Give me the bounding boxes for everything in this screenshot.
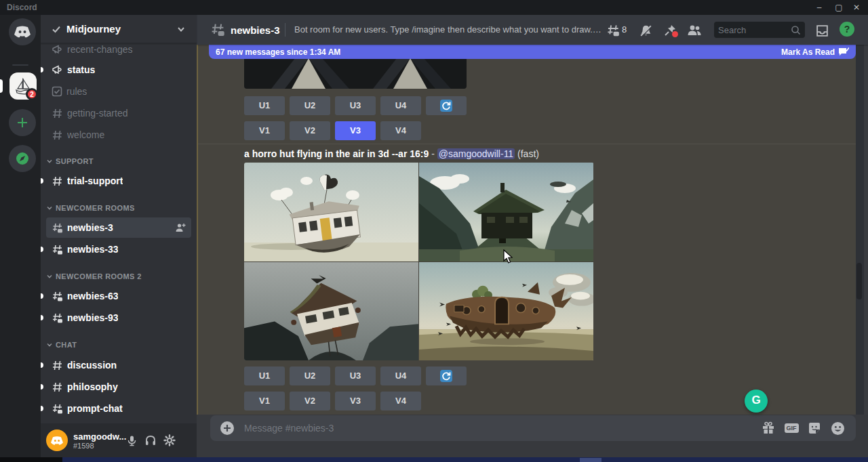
- threads-button[interactable]: [605, 22, 621, 39]
- discord-logo-icon: [14, 25, 31, 39]
- channel-philosophy[interactable]: philosophy: [46, 377, 191, 397]
- username-block[interactable]: samgoodw... #1598: [73, 432, 122, 450]
- sticker-icon: [808, 421, 821, 435]
- channel-trial-support[interactable]: trial-support: [46, 171, 191, 191]
- upscale-2-button[interactable]: U2: [290, 96, 330, 115]
- add-server-button[interactable]: [9, 109, 36, 136]
- new-messages-banner[interactable]: 67 new messages since 1:34 AM Mark As Re…: [209, 45, 856, 59]
- new-messages-text: 67 new messages since 1:34 AM: [216, 47, 781, 57]
- channel-discussion[interactable]: discussion: [46, 355, 191, 375]
- upscale-1-button[interactable]: U1: [244, 366, 285, 385]
- upscale-1-button[interactable]: U1: [244, 96, 285, 115]
- chat-scrollbar-thumb[interactable]: [856, 263, 862, 299]
- variation-4-button[interactable]: V4: [380, 121, 421, 140]
- megaphone-icon: [52, 44, 63, 56]
- invite-people-icon[interactable]: [175, 222, 186, 233]
- deafen-button[interactable]: [141, 431, 160, 450]
- reroll-button[interactable]: [426, 366, 467, 385]
- category-newcomer-rooms-2[interactable]: NEWCOMER ROOMS 2: [46, 271, 189, 282]
- upscale-2-button[interactable]: U2: [290, 366, 330, 385]
- members-icon: [687, 23, 702, 38]
- channel-welcome[interactable]: welcome: [46, 125, 191, 145]
- variation-3-button[interactable]: V3: [335, 392, 376, 411]
- generated-image-1-balloon-house[interactable]: [244, 163, 418, 261]
- reroll-button[interactable]: [426, 96, 467, 115]
- compass-icon: [15, 151, 30, 166]
- headphones-icon: [144, 434, 157, 446]
- hash-chat-icon: [52, 403, 63, 415]
- channel-rules[interactable]: rules: [46, 81, 191, 102]
- composer-band: GIF: [197, 415, 868, 457]
- window-close-button[interactable]: ✕: [847, 0, 866, 15]
- channel-getting-started[interactable]: getting-started: [46, 103, 191, 123]
- user-mention[interactable]: @samgoodwill-11: [437, 148, 515, 159]
- search-box[interactable]: [714, 22, 805, 38]
- generated-image-partial[interactable]: [244, 58, 467, 89]
- channel-topic[interactable]: Bot room for new users. Type /imagine th…: [294, 24, 604, 35]
- generated-image-4-steampunk-house[interactable]: [419, 262, 593, 360]
- gif-picker-button[interactable]: GIF: [783, 419, 800, 437]
- user-area: samgoodw... #1598: [41, 423, 197, 457]
- explore-servers-button[interactable]: [9, 145, 36, 172]
- hash-icon: [52, 129, 63, 141]
- channel-status[interactable]: status: [46, 60, 191, 80]
- gift-button[interactable]: [760, 419, 777, 437]
- attach-plus-icon[interactable]: [220, 421, 235, 436]
- variation-1-button[interactable]: V1: [244, 121, 285, 140]
- channel-header: newbies-3 Bot room for new users. Type /…: [197, 15, 868, 45]
- pinned-messages-button[interactable]: [662, 22, 678, 39]
- window-maximize-button[interactable]: ▢: [829, 0, 848, 15]
- refresh-icon: [440, 100, 452, 112]
- channel-newbies-33[interactable]: newbies-33: [46, 239, 191, 259]
- unread-indicator: [41, 293, 43, 299]
- notification-settings-button[interactable]: [637, 22, 654, 39]
- variation-4-button[interactable]: V4: [380, 392, 421, 411]
- taskbar-edge: [0, 457, 868, 462]
- channel-newbies-3[interactable]: newbies-3: [46, 217, 191, 238]
- variation-1-button[interactable]: V1: [244, 392, 285, 411]
- chevron-down-icon: [46, 273, 53, 280]
- mark-as-read-button[interactable]: Mark As Read: [781, 47, 849, 57]
- grammarly-widget[interactable]: G: [745, 390, 768, 413]
- user-avatar[interactable]: [46, 429, 68, 451]
- inbox-button[interactable]: [814, 22, 830, 39]
- mute-microphone-button[interactable]: [122, 431, 141, 450]
- variation-2-button[interactable]: V2: [290, 121, 330, 140]
- generated-image-2-mountain-cabin[interactable]: [419, 163, 593, 261]
- upscale-4-button[interactable]: U4: [380, 96, 421, 115]
- member-list-button[interactable]: [686, 22, 703, 39]
- upscale-3-button[interactable]: U3: [335, 366, 376, 385]
- message-input[interactable]: [244, 423, 754, 434]
- unread-indicator: [41, 315, 43, 320]
- upscale-3-button[interactable]: U3: [335, 96, 376, 115]
- header-divider: [285, 23, 285, 37]
- emoji-smiley-icon: [831, 421, 845, 436]
- chat-scrollbar-track[interactable]: [856, 45, 864, 415]
- megaphone-icon: [52, 64, 63, 76]
- home-server-button[interactable]: [9, 18, 36, 45]
- server-header[interactable]: Midjourney: [41, 15, 197, 43]
- channel-name: newbies-3: [231, 24, 280, 36]
- category-support[interactable]: SUPPORT: [46, 156, 189, 167]
- upscale-4-button[interactable]: U4: [380, 366, 421, 385]
- search-input[interactable]: [718, 25, 791, 35]
- category-newcomer-rooms[interactable]: NEWCOMER ROOMS: [46, 203, 189, 213]
- variation-3-button-selected[interactable]: V3: [335, 121, 376, 140]
- category-chat[interactable]: CHAT: [46, 339, 189, 350]
- window-minimize-button[interactable]: –: [810, 0, 829, 15]
- chat-area: U1 U2 U3 U4 V1 V2 V3 V4 a horro hut flyi…: [197, 45, 868, 415]
- generated-image-grid[interactable]: [244, 163, 594, 360]
- emoji-picker-button[interactable]: [829, 419, 846, 437]
- generated-image-3-crooked-hut[interactable]: [244, 262, 418, 360]
- channel-newbies-63[interactable]: newbies-63: [46, 286, 191, 306]
- unread-indicator: [41, 178, 43, 184]
- sticker-picker-button[interactable]: [806, 419, 823, 437]
- user-settings-button[interactable]: [160, 431, 179, 450]
- channel-newbies-93[interactable]: newbies-93: [46, 308, 191, 328]
- channel-prompt-chat[interactable]: prompt-chat: [46, 398, 191, 419]
- message-composer[interactable]: GIF: [210, 415, 856, 441]
- channel-recent-changes[interactable]: recent-changes: [46, 43, 191, 60]
- thread-count: 8: [622, 24, 627, 35]
- help-button[interactable]: ?: [840, 22, 854, 37]
- variation-2-button[interactable]: V2: [290, 392, 330, 411]
